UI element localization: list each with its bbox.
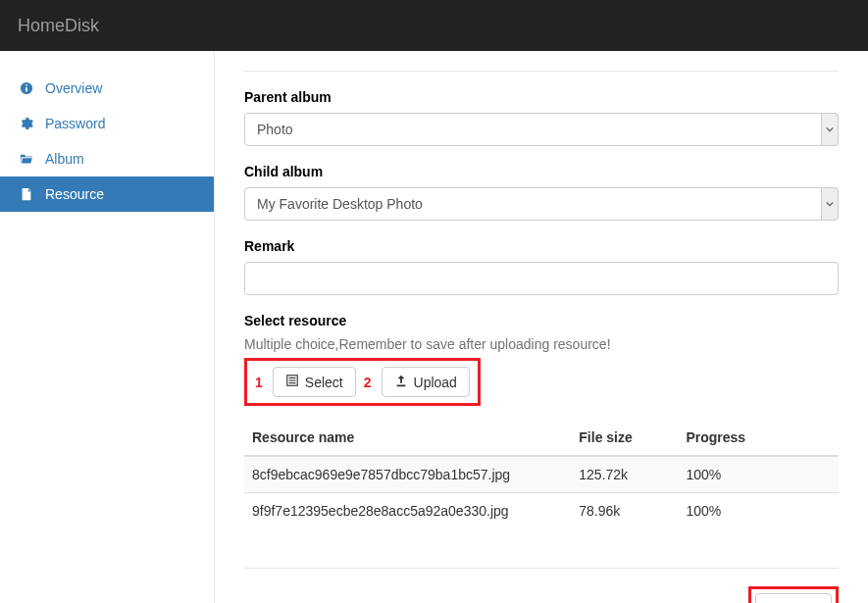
select-resource-label: Select resource xyxy=(244,313,839,328)
sidebar-item-label: Overview xyxy=(45,80,102,96)
cell-name: 8cf9ebcac969e9e7857dbcc79ba1bc57.jpg xyxy=(244,456,571,493)
resource-table: Resource name File size Progress 8cf9ebc… xyxy=(244,420,839,528)
annotation-box-3: Save xyxy=(748,586,839,603)
cell-size: 78.96k xyxy=(571,493,678,529)
sidebar-item-label: Password xyxy=(45,116,105,131)
file-icon xyxy=(18,187,35,201)
col-progress: Progress xyxy=(678,420,839,456)
select-button[interactable]: Select xyxy=(273,367,356,397)
list-icon xyxy=(285,374,299,390)
sidebar-item-password[interactable]: Password xyxy=(0,106,214,141)
cell-progress: 100% xyxy=(678,456,839,493)
sidebar-item-overview[interactable]: Overview xyxy=(0,71,214,106)
child-album-select[interactable]: My Favorite Desktop Photo xyxy=(244,187,839,221)
col-resource-name: Resource name xyxy=(244,420,571,456)
upload-button[interactable]: Upload xyxy=(382,367,470,397)
svg-rect-1 xyxy=(26,87,27,91)
topbar: HomeDisk xyxy=(0,0,868,51)
annotation-number-2: 2 xyxy=(364,375,372,390)
info-icon xyxy=(18,81,35,95)
parent-album-select[interactable]: Photo xyxy=(244,113,839,146)
remark-label: Remark xyxy=(244,238,839,254)
sidebar-item-album[interactable]: Album xyxy=(0,141,214,176)
remark-input[interactable] xyxy=(244,262,839,295)
annotation-box-1: 1 Select 2 Upload xyxy=(244,358,481,406)
sidebar-item-resource[interactable]: Resource xyxy=(0,176,214,212)
upload-button-label: Upload xyxy=(414,375,457,390)
svg-point-2 xyxy=(26,84,27,86)
brand: HomeDisk xyxy=(18,16,99,36)
main-content: Parent album Photo Child album My Favori… xyxy=(215,51,868,603)
sidebar-item-label: Resource xyxy=(45,186,104,202)
folder-open-icon xyxy=(18,152,35,166)
table-row: 9f9f7e12395ecbe28e8acc5a92a0e330.jpg 78.… xyxy=(244,493,839,529)
child-album-label: Child album xyxy=(244,164,839,179)
upload-icon xyxy=(394,374,408,390)
sidebar: Overview Password Album Resource xyxy=(0,51,215,603)
upload-hint: Multiple choice,Remember to save after u… xyxy=(244,336,839,352)
footer: 3 Save xyxy=(244,568,839,603)
cell-size: 125.72k xyxy=(571,456,678,493)
annotation-number-1: 1 xyxy=(255,375,263,390)
select-button-label: Select xyxy=(305,375,343,390)
gear-icon xyxy=(18,117,35,130)
cell-name: 9f9f7e12395ecbe28e8acc5a92a0e330.jpg xyxy=(244,493,571,529)
save-button[interactable]: Save xyxy=(755,593,832,603)
parent-album-label: Parent album xyxy=(244,89,839,105)
col-file-size: File size xyxy=(571,420,678,456)
table-row: 8cf9ebcac969e9e7857dbcc79ba1bc57.jpg 125… xyxy=(244,456,839,493)
divider xyxy=(244,71,839,72)
sidebar-item-label: Album xyxy=(45,151,84,167)
cell-progress: 100% xyxy=(678,493,839,529)
